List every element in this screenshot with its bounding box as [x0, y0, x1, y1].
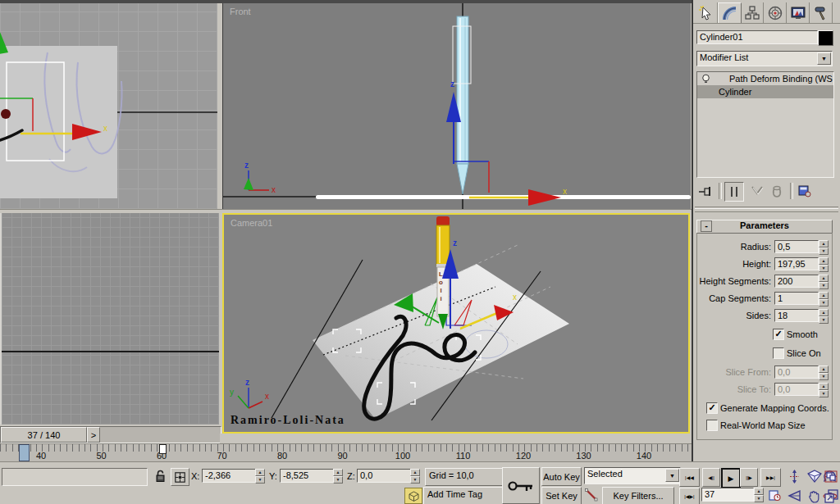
cap-segments-spinner[interactable]: ▲▼: [819, 292, 829, 305]
modifier-list-arrow-button[interactable]: ▼: [817, 52, 831, 65]
modifier-stack[interactable]: Path Deform Binding (WS Cylinder: [696, 71, 834, 178]
key-mode-toggle[interactable]: |◀▶|: [679, 488, 700, 504]
current-frame-field[interactable]: 37: [701, 488, 754, 502]
tab-modify[interactable]: [718, 2, 742, 24]
set-key-toggle-button[interactable]: [502, 467, 540, 504]
time-tag-icon-button[interactable]: [404, 488, 422, 504]
pencil-tip-top-view: [1, 109, 11, 119]
viewport-front-label[interactable]: Front: [230, 7, 251, 16]
remove-modifier-button[interactable]: [768, 183, 786, 199]
stack-item-cylinder[interactable]: Cylinder: [697, 85, 833, 98]
sides-field[interactable]: 18: [774, 309, 819, 322]
pin-stack-button[interactable]: [696, 183, 714, 199]
tab-utilities[interactable]: [810, 2, 833, 23]
y-coord-spinner[interactable]: ▲▼: [333, 469, 343, 483]
pencil-body[interactable]: [436, 225, 450, 265]
trackbar-current-frame-handle[interactable]: [19, 444, 30, 461]
trackbar-frame-label: 90: [337, 451, 347, 461]
configure-modifier-sets-button[interactable]: [796, 183, 814, 199]
viewport-splitter-vertical[interactable]: [217, 3, 222, 209]
viewport-front[interactable]: z x z x Front: [222, 3, 691, 209]
maximize-viewport-button[interactable]: [822, 487, 840, 504]
x-coord-spinner[interactable]: ▲▼: [255, 469, 265, 483]
viewport-camera-label[interactable]: Camera01: [231, 218, 272, 228]
modifier-list-dropdown[interactable]: Modifier List ▼: [696, 51, 833, 66]
chevron-down-icon: ▼: [821, 56, 827, 61]
utilities-tab-icon: [813, 5, 829, 21]
previous-frame-button[interactable]: ◀||: [702, 468, 720, 487]
smooth-label: Smooth: [787, 329, 818, 339]
next-frame-glyph: >: [91, 430, 96, 440]
height-field[interactable]: 197,95: [774, 257, 819, 270]
param-label: Sides:: [693, 311, 771, 320]
selection-set-arrow-button[interactable]: ▼: [665, 469, 679, 482]
trackbar-key[interactable]: [159, 444, 167, 454]
viewport-camera[interactable]: x z z x y Camera01 Loli Ramiro-Loli-Nata: [222, 213, 690, 434]
next-frame-button[interactable]: ||▶: [740, 468, 758, 487]
sides-spinner[interactable]: ▲▼: [819, 309, 829, 322]
tab-create[interactable]: [695, 2, 718, 23]
zoom-button[interactable]: [785, 467, 804, 485]
height-segments-field[interactable]: 200: [774, 275, 819, 288]
y-coord-field[interactable]: -8,525: [280, 469, 334, 483]
time-configuration-button[interactable]: [766, 488, 783, 503]
time-slider-strip: 37 / 140 >: [0, 425, 220, 443]
slice-on-checkbox[interactable]: [773, 347, 784, 359]
zoom-extents-all-button[interactable]: [822, 467, 840, 485]
height-value: 197,95: [778, 259, 806, 269]
field-of-view-button[interactable]: [785, 487, 804, 504]
add-time-tag[interactable]: Add Time Tag: [423, 487, 507, 504]
key-filters-button[interactable]: Key Filters...: [602, 487, 674, 504]
object-name-field[interactable]: Cylinder01: [696, 30, 818, 44]
param-label-disabled: Slice To:: [693, 384, 771, 394]
z-coord-spinner[interactable]: ▲▼: [410, 469, 420, 483]
filler: [220, 434, 692, 443]
trackbar-frame-label: 80: [277, 451, 287, 461]
show-end-result-button[interactable]: [724, 182, 744, 202]
trackbar-frame-label: 110: [456, 451, 471, 461]
track-bar[interactable]: 405060708090100110120130140: [0, 443, 692, 463]
real-world-map-size-checkbox[interactable]: [706, 420, 718, 431]
height-spinner[interactable]: ▲▼: [819, 257, 829, 270]
auto-key-button[interactable]: Auto Key: [541, 467, 582, 486]
absolute-offset-mode-button[interactable]: [171, 468, 189, 486]
lightbulb-icon[interactable]: [701, 74, 711, 84]
pin-icon: [698, 185, 713, 197]
x-coord-field[interactable]: -2,366: [202, 469, 256, 483]
current-frame-spinner[interactable]: ▲▼: [754, 488, 764, 502]
tab-motion[interactable]: [764, 2, 787, 23]
trackbar-frame-label: 40: [36, 451, 46, 461]
radius-spinner[interactable]: ▲▼: [819, 240, 829, 253]
cap-segments-field[interactable]: 1: [774, 292, 819, 305]
goto-end-icon: ▶▶|: [766, 474, 775, 480]
play-button[interactable]: ▶: [721, 468, 741, 488]
z-coord-field[interactable]: 0,0: [357, 469, 411, 483]
slice-from-field: 0,0: [774, 366, 819, 379]
create-tab-icon: [698, 5, 714, 21]
default-tangent-button[interactable]: [584, 488, 599, 502]
goto-start-button[interactable]: |◀◀: [679, 468, 700, 487]
set-key-button[interactable]: Set Key: [541, 487, 582, 504]
x-axis-arrow[interactable]: [528, 189, 561, 206]
tab-hierarchy[interactable]: [741, 2, 764, 23]
smooth-checkbox[interactable]: ✓: [773, 329, 784, 340]
make-unique-button[interactable]: [748, 183, 766, 199]
y-axis-arrow[interactable]: [0, 28, 8, 54]
trackbar-frame-label: 50: [96, 451, 106, 461]
rollout-collapse-button[interactable]: -: [701, 220, 712, 232]
stack-item-pathdeform[interactable]: Path Deform Binding (WS: [697, 72, 833, 85]
generate-mapping-coords-checkbox[interactable]: ✓: [706, 402, 718, 414]
parameters-rollout-header[interactable]: - Parameters: [696, 220, 833, 234]
time-slider-handle[interactable]: 37 / 140: [1, 427, 87, 443]
radius-field[interactable]: 0,5: [774, 240, 819, 253]
tab-display[interactable]: [787, 2, 810, 23]
selection-set-dropdown[interactable]: Selected ▼: [584, 467, 681, 484]
object-color-swatch[interactable]: [818, 30, 833, 46]
height-segments-spinner[interactable]: ▲▼: [819, 275, 829, 288]
time-slider-next-button[interactable]: >: [87, 427, 100, 443]
viewport-top[interactable]: x: [0, 3, 217, 209]
viewport-left[interactable]: [0, 213, 219, 425]
lock-selection-toggle[interactable]: [153, 468, 167, 484]
pencil-body-front[interactable]: [457, 16, 468, 164]
goto-end-button[interactable]: ▶▶|: [760, 468, 781, 487]
